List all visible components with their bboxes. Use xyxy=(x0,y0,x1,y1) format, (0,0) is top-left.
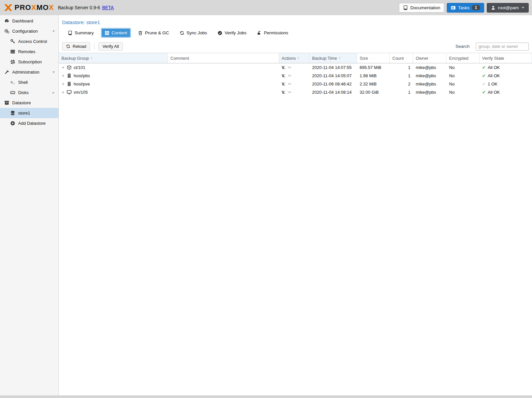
sidebar-item-add-datastore[interactable]: Add Datastore xyxy=(0,118,58,128)
unlock-icon xyxy=(257,31,262,35)
owner-cell: mike@pbs xyxy=(413,65,446,70)
sidebar-item-subscription[interactable]: Subscription xyxy=(0,57,58,67)
table-row[interactable]: + vm/105 V.✂ 2020-11-04 14:08:14 32.00 G… xyxy=(59,88,532,96)
host-icon xyxy=(67,82,72,86)
column-header-encrypted[interactable]: Encrypted xyxy=(446,53,479,63)
column-header-size[interactable]: Size xyxy=(357,53,390,63)
verify-all-button[interactable]: Verify All xyxy=(98,42,123,50)
hdd-icon xyxy=(10,90,16,95)
archive-box-icon xyxy=(4,100,10,105)
search-input[interactable] xyxy=(476,43,529,50)
sort-asc-icon: ↑ xyxy=(338,56,340,60)
expand-caret-icon[interactable]: ▸ xyxy=(53,90,54,95)
check-icon: ✔ xyxy=(482,65,486,70)
verify-state-cell: 1 OK xyxy=(488,82,498,86)
prune-scissors-icon[interactable]: ✂ xyxy=(288,82,292,86)
sidebar-item-store1[interactable]: store1 xyxy=(0,108,58,118)
size-cell: 2.32 MiB xyxy=(357,82,390,86)
sort-asc-icon: ↑ xyxy=(298,56,300,60)
sort-asc-icon: ↑ xyxy=(90,56,92,60)
toolbar: Reload Verify All Search xyxy=(59,40,532,53)
refresh-icon xyxy=(66,44,70,49)
verify-action[interactable]: V. xyxy=(282,82,285,86)
backup-time-cell: 2020-11-04 14:05:07 xyxy=(309,73,357,78)
encrypted-cell: No xyxy=(446,73,479,78)
sidebar-item-access-control[interactable]: Access Control xyxy=(0,36,58,47)
sidebar-item-remotes[interactable]: Remotes xyxy=(0,47,58,57)
tab-prune-gc[interactable]: Prune & GC xyxy=(135,29,172,37)
expand-icon[interactable]: + xyxy=(61,65,65,70)
table-row[interactable]: + host/pve V.✂ 2020-11-06 08:46:42 2.32 … xyxy=(59,80,532,88)
user-icon xyxy=(491,5,496,10)
sidebar-item-dashboard[interactable]: Dashboard xyxy=(0,16,58,26)
sidebar-item-administration[interactable]: Administration ▾ xyxy=(0,67,58,77)
owner-cell: mike@pbs xyxy=(413,73,446,78)
sidebar-item-disks[interactable]: Disks ▸ xyxy=(0,87,58,98)
vm-monitor-icon xyxy=(67,90,72,95)
prune-scissors-icon[interactable]: ✂ xyxy=(288,65,292,70)
size-cell: 1.98 MiB xyxy=(357,73,390,78)
proxmox-wordmark: PROXMOX xyxy=(15,3,54,12)
expand-icon[interactable]: + xyxy=(61,82,65,86)
beta-link[interactable]: BETA xyxy=(102,5,114,10)
topbar-actions: Documentation Tasks 1 root@pam xyxy=(399,3,529,13)
proxmox-x-icon xyxy=(3,3,13,13)
tasks-count-badge: 1 xyxy=(472,5,480,10)
book-icon xyxy=(403,5,408,10)
column-header-comment[interactable]: Comment xyxy=(168,53,279,63)
table-header: Backup Group↑ Comment Actions↑ Backup Ti… xyxy=(59,53,532,63)
host-icon xyxy=(67,73,72,78)
check-icon: ✔ xyxy=(482,73,486,78)
toolbar-separator xyxy=(94,44,94,50)
user-menu-button[interactable]: root@pam xyxy=(487,3,529,13)
table-row[interactable]: + host/pbs V.✂ 2020-11-04 14:05:07 1.98 … xyxy=(59,72,532,80)
expand-icon[interactable]: + xyxy=(61,74,65,78)
count-cell: 1 xyxy=(390,65,413,70)
encrypted-cell: No xyxy=(446,65,479,70)
verify-action[interactable]: V. xyxy=(282,90,285,95)
owner-cell: mike@pbs xyxy=(413,82,446,86)
backup-time-cell: 2020-11-06 08:46:42 xyxy=(309,82,357,86)
size-cell: 695.57 MiB xyxy=(357,65,390,70)
collapse-caret-icon[interactable]: ▾ xyxy=(53,29,54,33)
prune-scissors-icon[interactable]: ✂ xyxy=(288,73,292,78)
reload-button[interactable]: Reload xyxy=(62,42,90,50)
verify-state-cell: All OK xyxy=(488,90,500,95)
trash-icon xyxy=(138,31,143,35)
grid-icon xyxy=(105,31,109,35)
tab-verify-jobs[interactable]: Verify Jobs xyxy=(215,29,249,37)
column-header-backup-group[interactable]: Backup Group↑ xyxy=(59,53,168,63)
terminal-icon: >_ xyxy=(10,81,16,84)
wrench-icon xyxy=(4,70,10,75)
verify-action[interactable]: V. xyxy=(282,74,285,78)
sidebar-item-shell[interactable]: >_ Shell xyxy=(0,77,58,87)
main-panel: Datastore: store1 Summary Content Prune … xyxy=(59,15,532,395)
column-header-backup-time[interactable]: Backup Time↑ xyxy=(309,53,357,63)
prune-scissors-icon[interactable]: ✂ xyxy=(288,90,292,95)
tab-content[interactable]: Content xyxy=(101,28,130,37)
check-icon: ✔ xyxy=(482,90,486,95)
check-icon: ✔ xyxy=(482,82,486,86)
verify-state-cell: All OK xyxy=(488,73,500,78)
tab-summary[interactable]: Summary xyxy=(65,29,97,37)
column-header-actions[interactable]: Actions↑ xyxy=(279,53,309,63)
sidebar-item-datastore[interactable]: Datastore xyxy=(0,98,58,108)
product-version: Backup Server 0.9-6 xyxy=(58,5,100,10)
tasks-button[interactable]: Tasks 1 xyxy=(447,3,484,13)
database-icon xyxy=(10,111,16,116)
column-header-count[interactable]: Count xyxy=(390,53,413,63)
column-header-owner[interactable]: Owner xyxy=(413,53,446,63)
tab-sync-jobs[interactable]: Sync Jobs xyxy=(177,29,210,37)
book-icon xyxy=(68,31,72,35)
plus-circle-icon xyxy=(10,121,16,126)
verify-action[interactable]: V. xyxy=(282,65,285,70)
collapse-caret-icon[interactable]: ▾ xyxy=(53,70,54,74)
sidebar-item-configuration[interactable]: Configuration ▾ xyxy=(0,26,58,36)
dashboard-icon xyxy=(4,18,10,23)
documentation-button[interactable]: Documentation xyxy=(399,3,444,13)
table-row[interactable]: + ct/101 V.✂ 2020-11-04 14:07:55 695.57 … xyxy=(59,63,532,72)
column-header-verify-state[interactable]: Verify State xyxy=(479,53,532,63)
expand-icon[interactable]: + xyxy=(61,90,65,95)
tab-permissions[interactable]: Permissions xyxy=(254,29,291,37)
page-title: Datastore: store1 xyxy=(59,15,532,26)
